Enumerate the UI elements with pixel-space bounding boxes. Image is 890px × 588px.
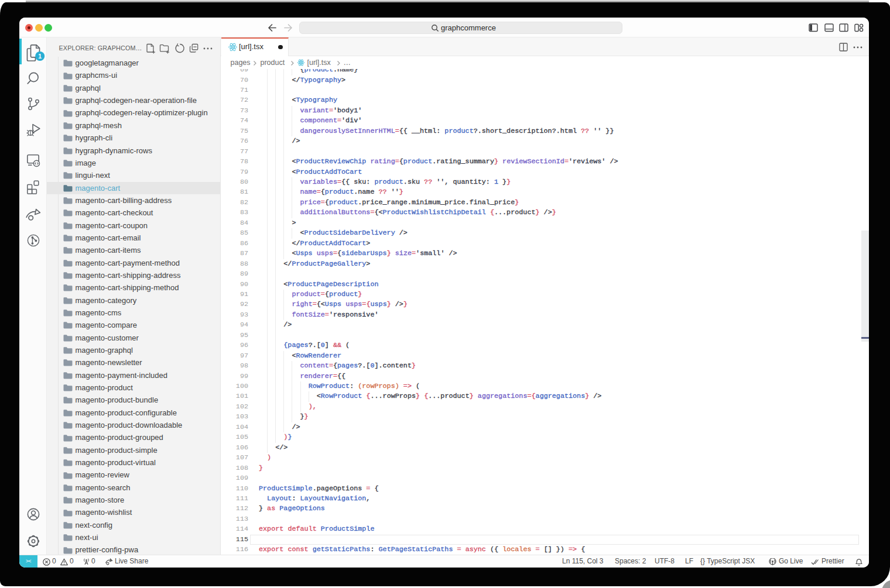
svg-text:1: 1 <box>38 52 42 59</box>
